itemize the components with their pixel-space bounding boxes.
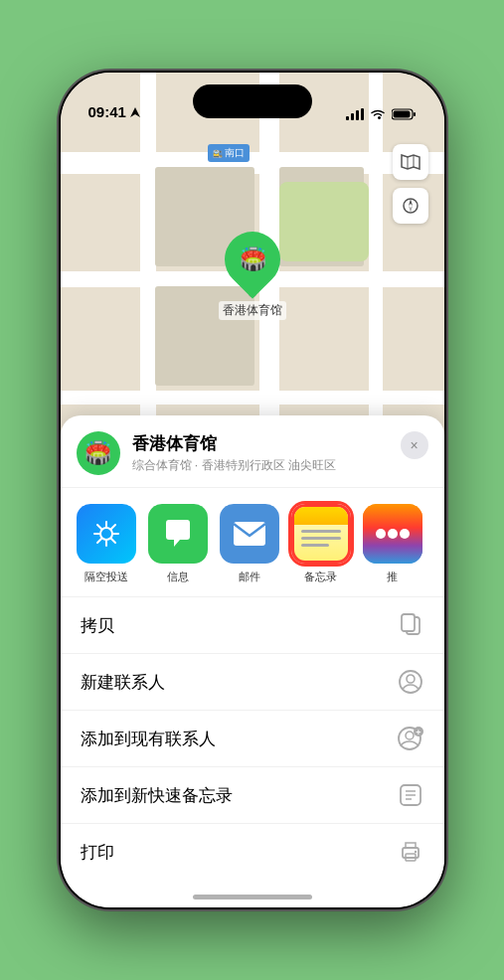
svg-marker-9 xyxy=(409,199,413,206)
print-svg xyxy=(399,840,422,864)
mail-icon xyxy=(220,504,279,564)
map-label-text: 南口 xyxy=(225,146,245,160)
new-contact-icon xyxy=(397,668,424,696)
copy-label: 拷贝 xyxy=(81,614,114,637)
dynamic-island xyxy=(193,84,312,118)
action-add-notes[interactable]: 添加到新快速备忘录 xyxy=(61,767,444,824)
map-controls[interactable] xyxy=(393,144,428,232)
airdrop-label: 隔空投送 xyxy=(84,570,128,584)
status-icons xyxy=(346,108,417,120)
svg-point-22 xyxy=(406,732,414,739)
svg-point-15 xyxy=(388,529,398,539)
compass-icon xyxy=(402,197,420,215)
add-notes-label: 添加到新快速备忘录 xyxy=(81,784,233,807)
map-label: 🚉 南口 xyxy=(208,144,250,162)
pin-label: 香港体育馆 xyxy=(219,301,286,320)
pin-marker: 🏟️ xyxy=(213,220,291,298)
svg-rect-7 xyxy=(393,111,410,118)
action-print[interactable]: 打印 xyxy=(61,824,444,880)
add-existing-svg: + xyxy=(398,727,423,750)
svg-marker-10 xyxy=(409,206,413,213)
time-display: 09:41 xyxy=(88,103,126,120)
venue-info: 香港体育馆 综合体育馆 · 香港特别行政区 油尖旺区 xyxy=(132,432,428,474)
more-svg xyxy=(363,504,422,564)
airdrop-svg xyxy=(90,518,122,550)
svg-point-20 xyxy=(407,675,415,683)
share-more[interactable]: 推 xyxy=(363,504,422,584)
more-label: 推 xyxy=(387,570,398,584)
svg-point-16 xyxy=(400,529,410,539)
svg-rect-18 xyxy=(402,614,415,631)
print-label: 打印 xyxy=(81,841,114,864)
home-indicator xyxy=(193,895,312,899)
mail-label: 邮件 xyxy=(239,570,260,584)
venue-pin-icon: 🏟️ xyxy=(239,246,265,272)
svg-rect-2 xyxy=(351,113,354,120)
venue-desc: 综合体育馆 · 香港特别行政区 油尖旺区 xyxy=(132,457,428,474)
map-type-button[interactable] xyxy=(393,144,428,180)
copy-svg xyxy=(400,613,421,637)
bottom-padding xyxy=(61,880,444,907)
svg-marker-0 xyxy=(130,107,140,117)
status-time: 09:41 xyxy=(88,103,141,120)
add-existing-label: 添加到现有联系人 xyxy=(81,728,216,750)
add-existing-icon: + xyxy=(397,725,424,752)
close-button[interactable]: × xyxy=(401,431,428,459)
add-notes-icon xyxy=(397,781,424,809)
action-new-contact[interactable]: 新建联系人 xyxy=(61,654,444,711)
share-row: 隔空投送 信息 xyxy=(61,488,444,597)
venue-name: 香港体育馆 xyxy=(132,432,428,455)
svg-point-11 xyxy=(100,528,112,540)
share-airdrop[interactable]: 隔空投送 xyxy=(77,504,136,584)
more-icon xyxy=(363,504,422,564)
location-pin: 🏟️ 香港体育馆 xyxy=(219,232,286,320)
venue-header: 🏟️ 香港体育馆 综合体育馆 · 香港特别行政区 油尖旺区 × xyxy=(61,415,444,488)
notes-label: 备忘录 xyxy=(304,570,337,584)
messages-icon xyxy=(148,504,208,564)
share-notes[interactable]: 备忘录 xyxy=(291,504,351,584)
svg-rect-12 xyxy=(234,522,265,546)
mail-svg xyxy=(232,520,267,548)
venue-icon: 🏟️ xyxy=(77,431,120,475)
svg-rect-4 xyxy=(361,108,364,120)
print-icon xyxy=(397,838,424,866)
svg-point-14 xyxy=(376,529,386,539)
signal-icon xyxy=(346,108,364,120)
location-arrow-icon xyxy=(129,106,141,118)
notes-icon xyxy=(291,504,351,564)
new-contact-svg xyxy=(399,670,422,694)
svg-rect-1 xyxy=(346,116,349,120)
airdrop-icon xyxy=(77,504,136,564)
svg-rect-6 xyxy=(414,112,416,116)
map-label-icon: 🚉 xyxy=(213,149,223,158)
wifi-icon xyxy=(370,108,386,120)
action-add-existing[interactable]: 添加到现有联系人 + xyxy=(61,711,444,767)
copy-icon xyxy=(397,611,424,639)
location-button[interactable] xyxy=(393,188,428,224)
share-messages[interactable]: 信息 xyxy=(148,504,208,584)
map-type-icon xyxy=(401,154,420,170)
svg-rect-3 xyxy=(356,110,359,120)
bottom-sheet: 🏟️ 香港体育馆 综合体育馆 · 香港特别行政区 油尖旺区 × xyxy=(61,415,444,907)
svg-text:+: + xyxy=(416,728,420,737)
svg-point-31 xyxy=(414,851,416,853)
add-notes-svg xyxy=(399,783,422,807)
action-copy[interactable]: 拷贝 xyxy=(61,597,444,654)
messages-label: 信息 xyxy=(167,570,189,584)
new-contact-label: 新建联系人 xyxy=(81,671,165,694)
battery-icon xyxy=(392,108,417,120)
share-mail[interactable]: 邮件 xyxy=(220,504,279,584)
messages-svg xyxy=(161,517,195,551)
